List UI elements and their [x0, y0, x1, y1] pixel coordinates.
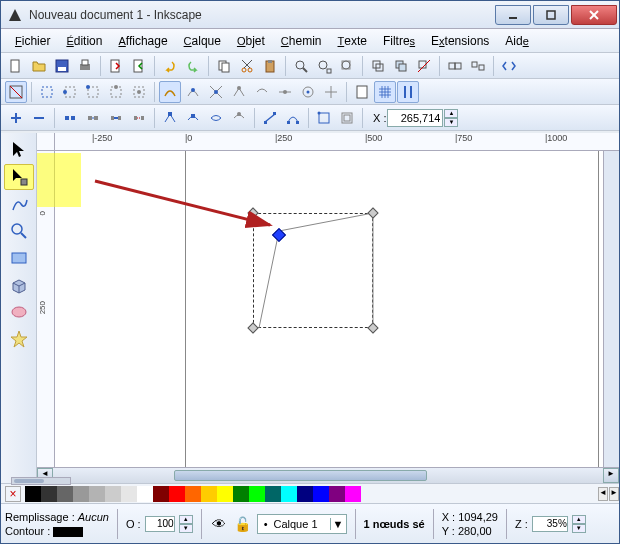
palette-swatch[interactable]	[169, 486, 185, 502]
palette-swatch[interactable]	[201, 486, 217, 502]
insert-node-button[interactable]	[5, 107, 27, 129]
zoom-input[interactable]	[532, 516, 568, 532]
print-button[interactable]	[74, 55, 96, 77]
snap-page-icon[interactable]	[351, 81, 373, 103]
palette-swatch[interactable]	[281, 486, 297, 502]
segment-curve-button[interactable]	[282, 107, 304, 129]
scroll-right-button[interactable]: ►	[603, 468, 619, 483]
snap-bbox-icon[interactable]	[36, 81, 58, 103]
group-button[interactable]	[444, 55, 466, 77]
ruler-vertical[interactable]: 0 250	[37, 151, 55, 467]
palette-swatch[interactable]	[265, 486, 281, 502]
palette-swatch[interactable]	[185, 486, 201, 502]
import-button[interactable]	[105, 55, 127, 77]
palette-swatch[interactable]	[153, 486, 169, 502]
menu-texte[interactable]: Texte	[330, 32, 375, 50]
palette-scrollbar-small[interactable]	[11, 477, 71, 485]
copy-button[interactable]	[213, 55, 235, 77]
node-smooth-button[interactable]	[182, 107, 204, 129]
zoom-tool[interactable]	[4, 218, 34, 244]
node-auto-button[interactable]	[228, 107, 250, 129]
palette-swatch[interactable]	[105, 486, 121, 502]
snap-rotation-icon[interactable]	[320, 81, 342, 103]
opacity-spinner[interactable]: ▲▼	[179, 515, 193, 533]
x-coord-spinner[interactable]: ▲▼	[444, 109, 458, 127]
delete-node-button[interactable]	[28, 107, 50, 129]
palette-swatch[interactable]	[41, 486, 57, 502]
palette-swatch[interactable]	[137, 486, 153, 502]
minimize-button[interactable]	[495, 5, 531, 25]
snap-path-icon[interactable]	[182, 81, 204, 103]
clone-button[interactable]	[390, 55, 412, 77]
palette-swatch[interactable]	[249, 486, 265, 502]
palette-swatch[interactable]	[121, 486, 137, 502]
palette-swatch[interactable]	[329, 486, 345, 502]
ellipse-tool[interactable]	[4, 299, 34, 325]
join-segment-button[interactable]	[105, 107, 127, 129]
zoom-fit-button[interactable]	[290, 55, 312, 77]
delete-segment-button[interactable]	[128, 107, 150, 129]
palette-swatch[interactable]	[57, 486, 73, 502]
snap-intersection-icon[interactable]	[205, 81, 227, 103]
snap-bbox-edge-icon[interactable]	[59, 81, 81, 103]
palette-swatch[interactable]	[25, 486, 41, 502]
segment-line-button[interactable]	[259, 107, 281, 129]
snap-enable-button[interactable]	[5, 81, 27, 103]
box3d-tool[interactable]	[4, 272, 34, 298]
menu-aide[interactable]: Aide	[497, 32, 536, 50]
close-button[interactable]	[571, 5, 617, 25]
ungroup-button[interactable]	[467, 55, 489, 77]
snap-center-icon[interactable]	[297, 81, 319, 103]
rectangle-tool[interactable]	[4, 245, 34, 271]
duplicate-button[interactable]	[367, 55, 389, 77]
redo-button[interactable]	[182, 55, 204, 77]
object-to-path-button[interactable]	[313, 107, 335, 129]
menu-edition[interactable]: Édition	[58, 32, 110, 50]
star-tool[interactable]	[4, 326, 34, 352]
scrollbar-horizontal[interactable]: ◄ ►	[37, 467, 619, 483]
menu-fichier[interactable]: Fichier	[7, 32, 58, 50]
palette-swatch[interactable]	[313, 486, 329, 502]
menu-extensions[interactable]: Extensions	[423, 32, 497, 50]
snap-smooth-icon[interactable]	[251, 81, 273, 103]
layer-lock-icon[interactable]: 🔓	[234, 516, 251, 532]
xml-editor-button[interactable]	[498, 55, 520, 77]
layer-visibility-icon[interactable]: 👁	[212, 516, 226, 532]
export-button[interactable]	[128, 55, 150, 77]
layer-selector[interactable]: •Calque 1 ▼	[257, 514, 347, 534]
palette-swatch[interactable]	[233, 486, 249, 502]
opacity-input[interactable]	[145, 516, 175, 532]
palette-none[interactable]: ×	[5, 486, 21, 502]
ruler-horizontal[interactable]: |-250 |0 |250 |500 |750 |1000	[37, 133, 619, 151]
unlink-clone-button[interactable]	[413, 55, 435, 77]
layer-dropdown-icon[interactable]: ▼	[330, 518, 346, 530]
menu-objet[interactable]: Objet	[229, 32, 273, 50]
palette-swatch[interactable]	[73, 486, 89, 502]
new-file-button[interactable]	[5, 55, 27, 77]
snap-bbox-midpoint-icon[interactable]	[105, 81, 127, 103]
fill-stroke-indicator[interactable]: Remplissage : Aucun Contour :	[5, 510, 109, 538]
snap-grid-icon[interactable]	[374, 81, 396, 103]
x-coord-input[interactable]	[387, 109, 443, 127]
snap-cusp-icon[interactable]	[228, 81, 250, 103]
palette-scroll[interactable]: ◄►	[598, 487, 619, 501]
node-symmetric-button[interactable]	[205, 107, 227, 129]
palette-swatch[interactable]	[89, 486, 105, 502]
menu-calque[interactable]: Calque	[176, 32, 229, 50]
open-file-button[interactable]	[28, 55, 50, 77]
menu-filtres[interactable]: Filtres	[375, 32, 423, 50]
save-button[interactable]	[51, 55, 73, 77]
palette-swatch[interactable]	[297, 486, 313, 502]
snap-bbox-corner-icon[interactable]	[82, 81, 104, 103]
zoom-page-button[interactable]	[336, 55, 358, 77]
tweak-tool[interactable]	[4, 191, 34, 217]
join-node-button[interactable]	[82, 107, 104, 129]
break-node-button[interactable]	[59, 107, 81, 129]
menu-affichage[interactable]: Affichage	[110, 32, 175, 50]
menu-chemin[interactable]: Chemin	[273, 32, 330, 50]
paste-button[interactable]	[259, 55, 281, 77]
snap-midpoint-icon[interactable]	[274, 81, 296, 103]
snap-nodes-icon[interactable]	[159, 81, 181, 103]
node-cusp-button[interactable]	[159, 107, 181, 129]
stroke-to-path-button[interactable]	[336, 107, 358, 129]
